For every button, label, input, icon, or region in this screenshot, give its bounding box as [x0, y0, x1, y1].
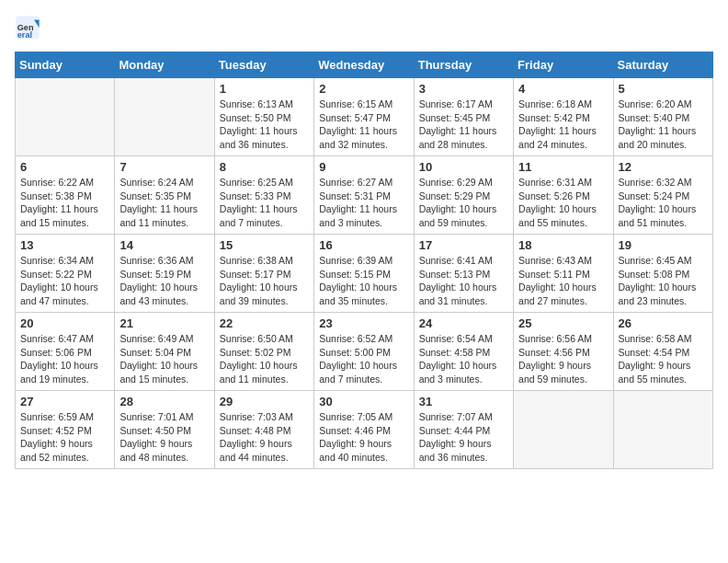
day-number: 22 [220, 316, 309, 330]
day-header-friday: Friday [514, 52, 613, 78]
day-number: 12 [619, 160, 708, 174]
cell-content: Sunrise: 6:32 AM Sunset: 5:24 PM Dayligh… [619, 176, 708, 230]
day-number: 19 [619, 238, 708, 252]
day-number: 18 [518, 238, 608, 252]
calendar-cell: 5Sunrise: 6:20 AM Sunset: 5:40 PM Daylig… [613, 78, 712, 156]
day-number: 20 [20, 316, 109, 330]
day-header-sunday: Sunday [16, 52, 115, 78]
cell-content: Sunrise: 6:24 AM Sunset: 5:35 PM Dayligh… [119, 176, 209, 230]
header-row: SundayMondayTuesdayWednesdayThursdayFrid… [16, 52, 713, 78]
cell-content: Sunrise: 6:18 AM Sunset: 5:42 PM Dayligh… [518, 98, 608, 152]
day-number: 31 [419, 395, 508, 408]
cell-content: Sunrise: 6:38 AM Sunset: 5:17 PM Dayligh… [220, 254, 309, 308]
cell-content: Sunrise: 7:03 AM Sunset: 4:48 PM Dayligh… [220, 410, 309, 465]
day-header-saturday: Saturday [613, 52, 712, 78]
cell-content: Sunrise: 6:45 AM Sunset: 5:08 PM Dayligh… [619, 254, 708, 308]
day-number: 16 [319, 238, 408, 252]
cell-content: Sunrise: 6:20 AM Sunset: 5:40 PM Dayligh… [619, 98, 708, 152]
day-number: 13 [20, 238, 109, 252]
calendar-cell: 1Sunrise: 6:13 AM Sunset: 5:50 PM Daylig… [214, 78, 313, 156]
calendar-cell: 18Sunrise: 6:43 AM Sunset: 5:11 PM Dayli… [514, 235, 613, 313]
calendar-cell [613, 391, 712, 469]
cell-content: Sunrise: 6:17 AM Sunset: 5:45 PM Dayligh… [419, 98, 508, 152]
calendar-cell: 22Sunrise: 6:50 AM Sunset: 5:02 PM Dayli… [214, 313, 313, 391]
cell-content: Sunrise: 7:05 AM Sunset: 4:46 PM Dayligh… [319, 410, 408, 465]
calendar-cell: 14Sunrise: 6:36 AM Sunset: 5:19 PM Dayli… [115, 235, 214, 313]
calendar-cell: 20Sunrise: 6:47 AM Sunset: 5:06 PM Dayli… [16, 313, 115, 391]
calendar-cell: 7Sunrise: 6:24 AM Sunset: 5:35 PM Daylig… [115, 156, 214, 235]
calendar-cell: 3Sunrise: 6:17 AM Sunset: 5:45 PM Daylig… [414, 78, 513, 156]
day-number: 10 [419, 160, 508, 174]
cell-content: Sunrise: 6:43 AM Sunset: 5:11 PM Dayligh… [518, 254, 608, 308]
cell-content: Sunrise: 7:01 AM Sunset: 4:50 PM Dayligh… [119, 410, 209, 465]
calendar-cell: 9Sunrise: 6:27 AM Sunset: 5:31 PM Daylig… [314, 156, 414, 235]
calendar-cell [514, 391, 613, 469]
svg-text:eral: eral [17, 30, 32, 40]
cell-content: Sunrise: 7:07 AM Sunset: 4:44 PM Dayligh… [419, 410, 508, 465]
calendar-cell: 12Sunrise: 6:32 AM Sunset: 5:24 PM Dayli… [613, 156, 712, 235]
cell-content: Sunrise: 6:39 AM Sunset: 5:15 PM Dayligh… [319, 254, 408, 308]
day-number: 25 [518, 316, 608, 330]
calendar-table: SundayMondayTuesdayWednesdayThursdayFrid… [15, 52, 713, 469]
calendar-cell: 30Sunrise: 7:05 AM Sunset: 4:46 PM Dayli… [314, 391, 414, 469]
calendar-cell: 4Sunrise: 6:18 AM Sunset: 5:42 PM Daylig… [514, 78, 613, 156]
calendar-cell: 31Sunrise: 7:07 AM Sunset: 4:44 PM Dayli… [414, 391, 513, 469]
cell-content: Sunrise: 6:13 AM Sunset: 5:50 PM Dayligh… [220, 98, 309, 152]
week-row-2: 13Sunrise: 6:34 AM Sunset: 5:22 PM Dayli… [16, 235, 713, 313]
day-number: 7 [119, 160, 209, 174]
calendar-cell: 29Sunrise: 7:03 AM Sunset: 4:48 PM Dayli… [214, 391, 313, 469]
cell-content: Sunrise: 6:22 AM Sunset: 5:38 PM Dayligh… [20, 176, 109, 230]
cell-content: Sunrise: 6:31 AM Sunset: 5:26 PM Dayligh… [518, 176, 608, 230]
calendar-cell: 10Sunrise: 6:29 AM Sunset: 5:29 PM Dayli… [414, 156, 513, 235]
day-number: 5 [619, 82, 708, 96]
calendar-cell: 19Sunrise: 6:45 AM Sunset: 5:08 PM Dayli… [613, 235, 712, 313]
calendar-cell: 17Sunrise: 6:41 AM Sunset: 5:13 PM Dayli… [414, 235, 513, 313]
cell-content: Sunrise: 6:52 AM Sunset: 5:00 PM Dayligh… [319, 332, 408, 386]
cell-content: Sunrise: 6:25 AM Sunset: 5:33 PM Dayligh… [220, 176, 309, 230]
cell-content: Sunrise: 6:29 AM Sunset: 5:29 PM Dayligh… [419, 176, 508, 230]
calendar-cell: 24Sunrise: 6:54 AM Sunset: 4:58 PM Dayli… [414, 313, 513, 391]
day-number: 2 [319, 82, 408, 96]
cell-content: Sunrise: 6:34 AM Sunset: 5:22 PM Dayligh… [20, 254, 109, 308]
cell-content: Sunrise: 6:56 AM Sunset: 4:56 PM Dayligh… [518, 332, 608, 386]
day-number: 4 [518, 82, 608, 96]
cell-content: Sunrise: 6:41 AM Sunset: 5:13 PM Dayligh… [419, 254, 508, 308]
calendar-cell: 23Sunrise: 6:52 AM Sunset: 5:00 PM Dayli… [314, 313, 414, 391]
cell-content: Sunrise: 6:49 AM Sunset: 5:04 PM Dayligh… [119, 332, 209, 386]
day-number: 11 [518, 160, 608, 174]
cell-content: Sunrise: 6:54 AM Sunset: 4:58 PM Dayligh… [419, 332, 508, 386]
day-number: 21 [119, 316, 209, 330]
week-row-3: 20Sunrise: 6:47 AM Sunset: 5:06 PM Dayli… [16, 313, 713, 391]
logo-icon: Gen eral [15, 15, 40, 40]
cell-content: Sunrise: 6:47 AM Sunset: 5:06 PM Dayligh… [20, 332, 109, 386]
week-row-4: 27Sunrise: 6:59 AM Sunset: 4:52 PM Dayli… [16, 391, 713, 469]
day-number: 15 [220, 238, 309, 252]
day-number: 14 [119, 238, 209, 252]
day-number: 6 [20, 160, 109, 174]
day-number: 17 [419, 238, 508, 252]
calendar-cell: 15Sunrise: 6:38 AM Sunset: 5:17 PM Dayli… [214, 235, 313, 313]
day-header-wednesday: Wednesday [314, 52, 414, 78]
day-number: 3 [419, 82, 508, 96]
cell-content: Sunrise: 6:27 AM Sunset: 5:31 PM Dayligh… [319, 176, 408, 230]
calendar-cell: 21Sunrise: 6:49 AM Sunset: 5:04 PM Dayli… [115, 313, 214, 391]
calendar-cell: 28Sunrise: 7:01 AM Sunset: 4:50 PM Dayli… [115, 391, 214, 469]
day-number: 28 [119, 395, 209, 408]
calendar-cell: 26Sunrise: 6:58 AM Sunset: 4:54 PM Dayli… [613, 313, 712, 391]
cell-content: Sunrise: 6:58 AM Sunset: 4:54 PM Dayligh… [619, 332, 708, 386]
calendar-cell: 8Sunrise: 6:25 AM Sunset: 5:33 PM Daylig… [214, 156, 313, 235]
day-number: 29 [220, 395, 309, 408]
day-header-monday: Monday [115, 52, 214, 78]
calendar-cell: 2Sunrise: 6:15 AM Sunset: 5:47 PM Daylig… [314, 78, 414, 156]
day-header-thursday: Thursday [414, 52, 513, 78]
day-number: 26 [619, 316, 708, 330]
day-number: 30 [319, 395, 408, 408]
cell-content: Sunrise: 6:36 AM Sunset: 5:19 PM Dayligh… [119, 254, 209, 308]
week-row-1: 6Sunrise: 6:22 AM Sunset: 5:38 PM Daylig… [16, 156, 713, 235]
page-header: Gen eral [15, 15, 713, 40]
calendar-cell: 6Sunrise: 6:22 AM Sunset: 5:38 PM Daylig… [16, 156, 115, 235]
day-number: 24 [419, 316, 508, 330]
day-number: 27 [20, 395, 109, 408]
calendar-cell: 25Sunrise: 6:56 AM Sunset: 4:56 PM Dayli… [514, 313, 613, 391]
day-number: 8 [220, 160, 309, 174]
